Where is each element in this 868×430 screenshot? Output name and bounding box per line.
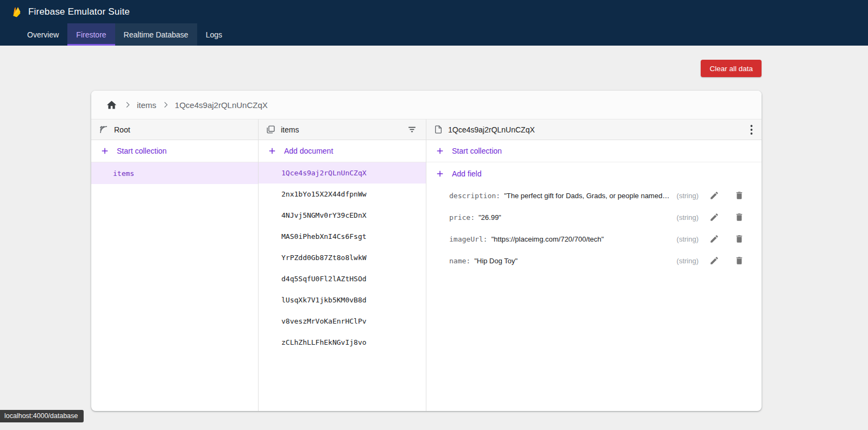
- field-value: "26.99": [479, 213, 501, 222]
- nav-tabs: Overview Firestore Realtime Database Log…: [0, 23, 868, 46]
- field-key: name:: [449, 257, 470, 265]
- app-header: Firebase Emulator Suite Overview Firesto…: [0, 0, 868, 46]
- collection-row-items[interactable]: items: [91, 162, 258, 184]
- root-column-header: Root: [91, 119, 258, 140]
- chevron-right-icon: [123, 100, 132, 109]
- firestore-panel: items 1Qce4s9aj2rQLnUnCZqX Root Start co…: [91, 91, 762, 411]
- clear-all-data-button[interactable]: Clear all data: [701, 60, 762, 77]
- collection-column-title: items: [281, 125, 299, 134]
- field-key: description:: [449, 192, 500, 200]
- document-row[interactable]: lUsqXk7V1jkb5KM0vB8d: [259, 289, 426, 311]
- collection-column-header: items: [259, 119, 426, 140]
- doc-start-collection-button[interactable]: Start collection: [426, 140, 762, 162]
- document-column-header: 1Qce4s9aj2rQLnUnCZqX: [426, 119, 762, 140]
- chevron-right-icon: [161, 100, 170, 109]
- document-row[interactable]: YrPZdd0Gb87Zt8o8lwkW: [259, 247, 426, 268]
- breadcrumb: items 1Qce4s9aj2rQLnUnCZqX: [91, 91, 762, 119]
- document-row[interactable]: zCLhZhLLFhEkNGvIj8vo: [259, 332, 426, 353]
- breadcrumb-collection[interactable]: items: [137, 100, 156, 110]
- add-field-button[interactable]: Add field: [426, 162, 762, 185]
- root-icon: [99, 125, 109, 135]
- app-title: Firebase Emulator Suite: [28, 7, 130, 17]
- collection-column: items Add document 1Qce4s9aj2rQLnUnCZqX …: [259, 119, 426, 411]
- plus-icon: [100, 146, 110, 156]
- firebase-flame-icon: [11, 5, 22, 18]
- field-type: (string): [677, 213, 699, 222]
- document-row[interactable]: MAS0iPhebXnI4Cs6Fsgt: [259, 226, 426, 247]
- document-column-title: 1Qce4s9aj2rQLnUnCZqX: [448, 125, 535, 134]
- document-row[interactable]: 2nx1bYo15X2X44dfpnWw: [259, 184, 426, 205]
- root-column: Root Start collection items: [91, 119, 259, 411]
- title-row: Firebase Emulator Suite: [0, 0, 868, 23]
- field-type: (string): [677, 192, 699, 200]
- field-type: (string): [677, 235, 699, 243]
- field-row-name: name: "Hip Dog Toy" (string): [426, 250, 762, 271]
- document-row[interactable]: d4q5SqfU0Fl2lAZtHSOd: [259, 268, 426, 289]
- plus-icon: [435, 169, 445, 179]
- plus-icon: [267, 146, 277, 156]
- edit-field-icon[interactable]: [708, 189, 720, 201]
- delete-field-icon[interactable]: [733, 255, 745, 267]
- edit-field-icon[interactable]: [708, 211, 720, 223]
- delete-field-icon[interactable]: [733, 233, 745, 245]
- document-column: 1Qce4s9aj2rQLnUnCZqX Start collection: [426, 119, 762, 411]
- field-type: (string): [677, 257, 699, 265]
- field-row-description: description: "The perfect gift for Dads,…: [426, 185, 762, 206]
- columns: Root Start collection items items: [91, 119, 762, 411]
- browser-status-bar: localhost:4000/database: [0, 410, 84, 422]
- delete-field-icon[interactable]: [733, 189, 745, 201]
- collection-icon: [266, 125, 275, 134]
- add-document-label: Add document: [284, 147, 333, 155]
- field-key: price:: [449, 213, 475, 222]
- root-column-title: Root: [114, 125, 130, 134]
- document-row[interactable]: v8veszMrVoKaEnrHClPv: [259, 311, 426, 332]
- field-value: "Hip Dog Toy": [474, 257, 518, 265]
- home-icon[interactable]: [105, 98, 118, 112]
- document-row[interactable]: 1Qce4s9aj2rQLnUnCZqX: [259, 162, 426, 184]
- edit-field-icon[interactable]: [708, 233, 720, 245]
- start-collection-label: Start collection: [117, 147, 167, 155]
- field-key: imageUrl:: [449, 235, 487, 243]
- delete-field-icon[interactable]: [733, 211, 745, 223]
- edit-field-icon[interactable]: [708, 255, 720, 267]
- tab-overview[interactable]: Overview: [18, 23, 67, 46]
- kebab-menu-icon[interactable]: [749, 124, 754, 136]
- tab-firestore[interactable]: Firestore: [67, 23, 115, 46]
- doc-start-collection-label: Start collection: [452, 147, 502, 155]
- document-row[interactable]: 4NJvj5NGMv0rY39cEDnX: [259, 205, 426, 226]
- field-value: "The perfect gift for Dads, Grads, or pe…: [504, 192, 670, 200]
- add-field-label: Add field: [452, 169, 481, 178]
- start-collection-button[interactable]: Start collection: [91, 140, 258, 162]
- field-row-price: price: "26.99" (string): [426, 206, 762, 228]
- tab-logs[interactable]: Logs: [197, 23, 231, 46]
- add-document-button[interactable]: Add document: [259, 140, 426, 162]
- breadcrumb-document[interactable]: 1Qce4s9aj2rQLnUnCZqX: [175, 100, 268, 110]
- filter-icon[interactable]: [406, 123, 418, 136]
- field-value: "https://placeimg.com/720/700/tech": [491, 235, 603, 243]
- document-icon: [434, 125, 443, 134]
- field-row-imageurl: imageUrl: "https://placeimg.com/720/700/…: [426, 228, 762, 250]
- tab-realtime-database[interactable]: Realtime Database: [115, 23, 197, 46]
- plus-icon: [435, 146, 445, 156]
